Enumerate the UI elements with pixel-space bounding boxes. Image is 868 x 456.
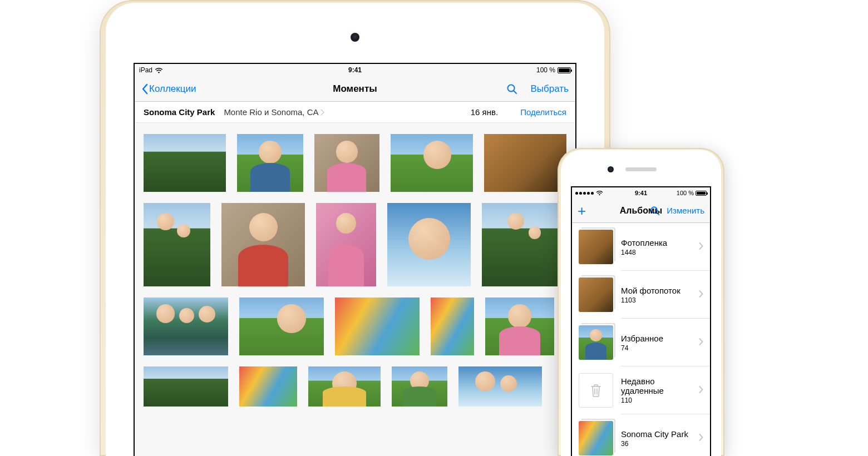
ipad-device-frame: iPad 9:41 100 % Коллекции Моменты — [100, 0, 610, 456]
iphone-status-bar: 9:41 100 % — [572, 187, 710, 199]
search-icon — [506, 83, 517, 95]
album-thumbnail — [579, 325, 613, 360]
photo-thumbnail[interactable] — [237, 134, 303, 192]
chevron-left-icon — [141, 83, 148, 95]
album-info: Sonoma City Park 36 — [621, 429, 691, 448]
chevron-right-icon — [699, 242, 703, 252]
album-thumbnail — [579, 230, 613, 264]
moment-date: 16 янв. — [471, 107, 498, 117]
photo-thumbnail[interactable] — [431, 298, 474, 355]
moment-header: Sonoma City Park Monte Rio и Sonoma, CA … — [135, 102, 575, 123]
iphone-nav-bar: + Альбомы Изменить — [572, 199, 710, 223]
chevron-right-icon — [699, 385, 703, 395]
search-icon — [650, 206, 660, 216]
album-row[interactable]: Недавно удаленные 110 — [572, 366, 710, 414]
moment-location-sub[interactable]: Monte Rio и Sonoma, CA — [224, 107, 324, 117]
album-info: Мой фотопоток 1103 — [621, 286, 691, 304]
album-row[interactable]: Sonoma City Park 36 — [572, 414, 710, 456]
ipad-nav-bar: Коллекции Моменты Выбрать — [135, 76, 575, 102]
album-row[interactable]: Избранное 74 — [572, 319, 710, 366]
moment-location-sub-text: Monte Rio и Sonoma, CA — [224, 107, 318, 117]
album-name: Избранное — [621, 334, 691, 343]
album-thumbnail — [579, 277, 613, 312]
search-button[interactable] — [650, 206, 660, 216]
photo-thumbnail[interactable] — [314, 134, 379, 192]
photo-grid — [135, 123, 575, 407]
photo-thumbnail[interactable] — [392, 366, 447, 407]
photo-thumbnail[interactable] — [144, 298, 228, 355]
album-count: 1103 — [621, 296, 691, 304]
photo-thumbnail[interactable] — [316, 203, 376, 286]
status-time: 9:41 — [135, 66, 575, 74]
chevron-right-icon — [699, 290, 703, 300]
svg-point-2 — [652, 207, 658, 213]
iphone-screen: 9:41 100 % + Альбомы Изменить — [571, 186, 711, 456]
album-name: Мой фотопоток — [621, 286, 691, 295]
album-count: 1448 — [621, 249, 691, 256]
photo-thumbnail[interactable] — [239, 298, 324, 355]
photo-thumbnail[interactable] — [239, 366, 297, 407]
svg-line-1 — [514, 91, 516, 93]
share-button[interactable]: Поделиться — [520, 107, 566, 117]
trash-icon — [590, 383, 602, 398]
battery-icon — [696, 191, 707, 196]
album-row[interactable]: Фотопленка 1448 — [572, 223, 710, 271]
photo-thumbnail[interactable] — [308, 366, 381, 407]
iphone-device-frame: 9:41 100 % + Альбомы Изменить — [558, 148, 724, 456]
photo-thumbnail[interactable] — [387, 203, 471, 286]
ipad-status-bar: iPad 9:41 100 % — [135, 64, 575, 76]
search-button[interactable] — [506, 83, 517, 95]
ipad-device-bezel: iPad 9:41 100 % Коллекции Моменты — [106, 3, 604, 456]
iphone-speaker-icon — [625, 167, 657, 171]
photo-thumbnail[interactable] — [485, 298, 554, 355]
iphone-device-bezel: 9:41 100 % + Альбомы Изменить — [561, 150, 721, 456]
album-row[interactable]: Мой фотопоток 1103 — [572, 271, 710, 319]
album-count: 110 — [621, 396, 691, 404]
ipad-screen: iPad 9:41 100 % Коллекции Моменты — [134, 63, 576, 456]
album-info: Фотопленка 1448 — [621, 238, 691, 256]
photo-thumbnail[interactable] — [221, 203, 305, 286]
chevron-right-icon — [320, 109, 324, 116]
album-count: 74 — [621, 344, 691, 352]
status-time: 9:41 — [572, 190, 710, 196]
moment-location-name[interactable]: Sonoma City Park — [144, 107, 215, 117]
album-info: Избранное 74 — [621, 334, 691, 352]
photo-thumbnail[interactable] — [484, 134, 566, 192]
select-button[interactable]: Выбрать — [531, 83, 569, 95]
photo-thumbnail[interactable] — [335, 298, 420, 355]
back-label: Коллекции — [149, 83, 196, 95]
add-album-button[interactable]: + — [578, 204, 586, 218]
photo-thumbnail[interactable] — [458, 366, 542, 407]
photo-thumbnail[interactable] — [391, 134, 473, 192]
photo-thumbnail[interactable] — [482, 203, 566, 286]
album-info: Недавно удаленные 110 — [621, 376, 691, 404]
chevron-right-icon — [699, 433, 703, 443]
album-thumbnail — [579, 421, 613, 455]
album-list: Фотопленка 1448 Мой фотопоток 1103 — [572, 223, 710, 456]
svg-line-3 — [657, 212, 659, 215]
back-button[interactable]: Коллекции — [141, 83, 196, 95]
album-count: 36 — [621, 440, 691, 448]
album-name: Sonoma City Park — [621, 429, 691, 439]
album-thumbnail — [579, 373, 613, 408]
svg-point-0 — [507, 85, 514, 91]
edit-button[interactable]: Изменить — [667, 206, 704, 215]
battery-icon — [558, 67, 571, 73]
photo-thumbnail[interactable] — [144, 134, 226, 192]
photo-thumbnail[interactable] — [144, 366, 228, 407]
photo-thumbnail[interactable] — [144, 203, 210, 286]
album-name: Фотопленка — [621, 238, 691, 247]
album-name: Недавно удаленные — [621, 376, 691, 395]
chevron-right-icon — [699, 338, 703, 348]
ipad-camera-icon — [351, 33, 359, 42]
iphone-camera-icon — [608, 166, 614, 172]
